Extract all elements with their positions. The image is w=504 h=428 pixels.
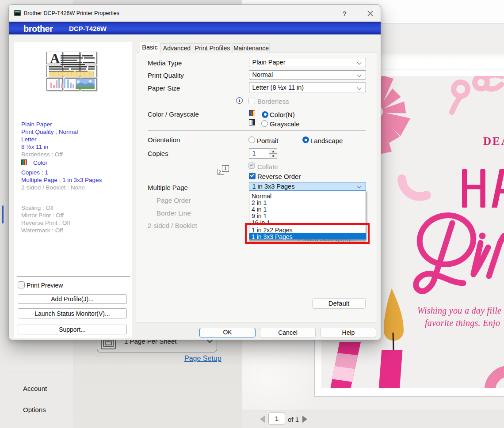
svg-text:Wishing you a day fille: Wishing you a day fille <box>417 306 501 316</box>
svg-text:DEAR: DEAR <box>483 135 504 147</box>
svg-text:favorite things. Enjo: favorite things. Enjo <box>425 318 500 328</box>
